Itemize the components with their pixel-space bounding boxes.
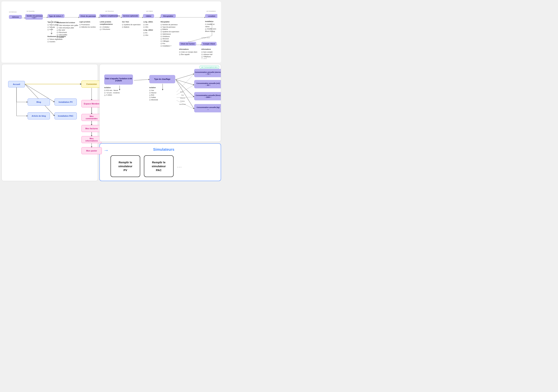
label-installation: set Installation <box>206 10 216 12</box>
node-mon-panier[interactable]: Mon panier <box>81 147 102 154</box>
info-oui-non: Oui / Non Système de supervision Batteri… <box>122 21 140 28</box>
sim-card-pv[interactable]: Remplir le simulateur PV <box>111 155 140 177</box>
node-conso-m3: Consommation annuelle (m3)– 90 + <box>194 80 221 88</box>
svg-line-36 <box>176 97 194 98</box>
simulateurs-title: Simulateurs <box>111 147 217 152</box>
node-date-isolation: Date à laquelle l'isolation à été (re)fa… <box>104 75 133 85</box>
info-informations-creer: Informations Créer un Compte client Être… <box>179 48 197 56</box>
bottom-section: Accueil Blog Article de blog Installatio… <box>1 64 221 181</box>
node-mes-informations[interactable]: Mes informations <box>81 136 102 143</box>
label-cablot: set Câblot <box>146 10 153 12</box>
label-adresse: set Adresse <box>9 11 17 13</box>
node-adresse: Adresse <box>9 15 22 19</box>
svg-line-32 <box>176 79 194 97</box>
node-installation-pv[interactable]: Installation PV <box>54 99 77 106</box>
info-isolation-chauffage: Isolation Gaz Mazout Bois Pellets Eléctr… <box>149 86 158 101</box>
info-limite-produits: Limite produitscomplémentaires 1 Onduleu… <box>100 21 113 31</box>
node-connexion[interactable]: Connexion <box>81 81 102 88</box>
label-compte-client-above: Compte client <box>201 37 210 39</box>
node-espace-membre[interactable]: Espace Membre <box>81 100 102 107</box>
label-gaz: Gaz <box>181 94 184 96</box>
info-receptaklet: Réceptaklet Nombre de panneaux Type de p… <box>161 21 179 47</box>
label-mazout: Mazout <box>180 97 185 99</box>
info-long-cable1: Long. câble1 10m 25m <box>143 21 153 28</box>
svg-line-31 <box>176 79 194 85</box>
bottom-right-panel: set ConsumptionLiters <box>99 64 221 181</box>
sim-cards-container: Remplir le simulateur PV Remplir le simu… <box>111 155 217 177</box>
brt-flowchart: Date à laquelle l'isolation à été (re)fa… <box>103 68 217 138</box>
node-blog[interactable]: Blog <box>28 99 50 106</box>
top-flowchart: set Adresse set Quantity set Structure s… <box>5 5 217 59</box>
node-article-blog[interactable]: Article de blog <box>28 112 50 119</box>
node-receptaklet: Réceptaklet <box>161 14 176 18</box>
info-installation: Installation Installer en même Installer… <box>205 20 217 33</box>
node-accueil[interactable]: Accueil <box>8 81 25 87</box>
svg-line-30 <box>176 74 194 79</box>
node-choix-panneau: Choix du panneau <box>79 14 96 18</box>
info-ligne-produits: Ligne produits Provenance Sélection du n… <box>79 21 96 28</box>
node-options-comp: Options complémentaires <box>99 14 118 18</box>
top-section: set Adresse set Quantity set Structure s… <box>1 1 221 63</box>
node-type-chauffage: Type de chauffage <box>149 75 175 83</box>
label-quantity: set Quantity <box>26 10 35 12</box>
node-conso-litres: Consommation annuelle (litres)– 2000 + <box>194 92 221 100</box>
svg-line-27 <box>134 79 150 80</box>
bl-flowchart: Accueil Blog Article de blog Installatio… <box>5 70 94 162</box>
info-isolation: Isolation 0/10 ans - Neuve +10 ans - Anc… <box>104 86 120 96</box>
node-nb-panneaux: Nombre de panneaux< 10 > <box>25 14 43 20</box>
info-revetement2: Revêtement de la toiture Toiture végétal… <box>47 35 66 43</box>
label-bois: Bois <box>180 91 183 93</box>
sim-card-pac[interactable]: Remplir le simulateur PAC <box>144 155 174 177</box>
svg-marker-14 <box>51 33 52 34</box>
node-installation-pac[interactable]: Installation PAC <box>54 112 77 119</box>
svg-line-34 <box>176 74 194 92</box>
node-compte-client: Compte Client <box>201 42 217 46</box>
node-cablot: Câblot <box>143 14 154 18</box>
node-conso-kg: Consommation annuelle (kg)... <box>194 104 221 112</box>
node-conso-sterres: Consommation annuelle (sterres)– 70 + <box>194 69 221 77</box>
info-long-cable2: Long. câble2 5m 25m <box>143 29 153 36</box>
arrow-simulateurs: → <box>104 147 109 153</box>
label-pellets: Pellets <box>180 100 185 102</box>
label-structure: set Structure <box>105 10 114 12</box>
info-informations-compte: Informations Nom complet Adresse mail Té… <box>201 48 212 59</box>
node-services-opt: Services optionnels <box>122 14 139 18</box>
isolation-chauffage-panel: set ConsumptionLiters <box>99 64 221 142</box>
node-location: Location <box>205 14 217 18</box>
svg-line-35 <box>176 85 194 95</box>
node-choix-action: Choix de l'action <box>179 42 196 46</box>
bottom-left-panel: Accueil Blog Article de blog Installatio… <box>1 64 98 181</box>
sim-dots: ... <box>177 164 182 168</box>
simulateurs-panel: → Simulateurs Remplir le simulateur PV R… <box>99 143 221 181</box>
node-mes-factures[interactable]: Mes factures <box>81 125 102 132</box>
label-electricite: Electricité <box>179 103 186 105</box>
node-mes-commandes[interactable]: Mes commandes <box>81 114 102 121</box>
node-type-toiture: Type de toiture ? <box>47 14 65 18</box>
